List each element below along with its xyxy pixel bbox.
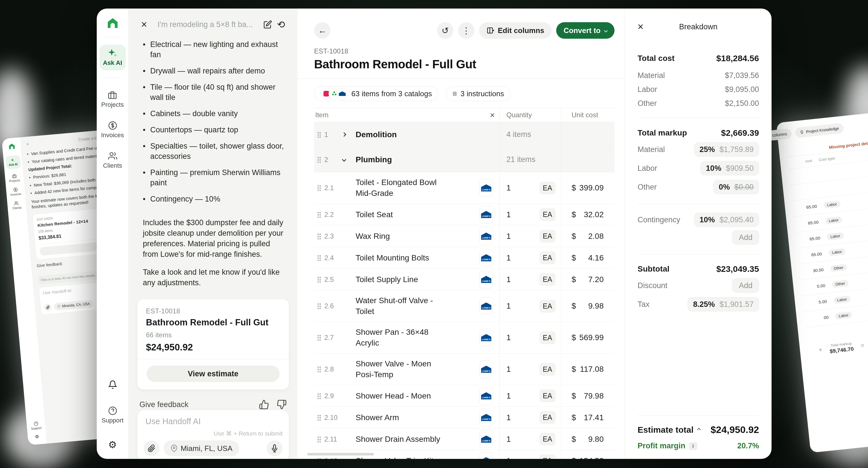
convert-to-button[interactable]: Convert to bbox=[556, 22, 615, 39]
handoff-logo[interactable] bbox=[106, 17, 119, 30]
voice-input-button[interactable] bbox=[267, 440, 282, 456]
chat-history-button[interactable]: ⟲ bbox=[277, 20, 285, 29]
unit-price[interactable]: 154.52 bbox=[579, 456, 604, 459]
quantity-value[interactable]: 1 bbox=[506, 232, 511, 241]
more-options-button[interactable]: ⋮ bbox=[458, 22, 474, 39]
quantity-value[interactable]: 1 bbox=[506, 210, 511, 219]
unit-price[interactable]: 7.20 bbox=[588, 275, 604, 284]
attach-file-button[interactable] bbox=[144, 440, 160, 456]
instructions-chip[interactable]: ≡ 3 instructions bbox=[446, 86, 511, 101]
quantity-value[interactable]: 1 bbox=[506, 183, 511, 193]
drag-handle-icon[interactable] bbox=[314, 131, 324, 138]
drag-handle-icon[interactable] bbox=[314, 458, 324, 459]
table-row[interactable]: 2.6 Water Shut-off Valve - Toilet LOWE'S… bbox=[314, 290, 615, 322]
unit-price[interactable]: 4.16 bbox=[588, 253, 604, 262]
unit-badge[interactable]: EA bbox=[539, 433, 556, 445]
unit-badge[interactable]: EA bbox=[539, 208, 556, 221]
quantity-value[interactable]: 1 bbox=[506, 333, 511, 342]
table-row[interactable]: 2.5 Toilet Supply Line LOWE'S 1 EA $ bbox=[314, 269, 615, 290]
quantity-value[interactable]: 1 bbox=[506, 275, 511, 284]
drag-handle-icon[interactable] bbox=[314, 366, 324, 372]
tax-pill[interactable]: 8.25% $1,901.57 bbox=[688, 297, 759, 312]
group-row-demolition[interactable]: 1 Demolition 4 items bbox=[314, 122, 615, 147]
unit-price[interactable]: 117.08 bbox=[580, 365, 604, 374]
sidebar-item-projects[interactable]: Projects bbox=[101, 90, 124, 109]
drag-handle-icon[interactable] bbox=[314, 334, 324, 341]
unit-badge[interactable]: EA bbox=[539, 273, 556, 286]
unit-price[interactable]: 9.98 bbox=[588, 301, 604, 311]
chevron-right-icon[interactable] bbox=[342, 133, 346, 137]
drag-handle-icon[interactable] bbox=[314, 393, 324, 399]
drag-handle-icon[interactable] bbox=[314, 211, 324, 218]
quantity-value[interactable]: 1 bbox=[506, 391, 511, 401]
table-row[interactable]: 2.7 Shower Pan - 36×48 Acrylic LOWE'S 1 … bbox=[314, 322, 615, 354]
unit-price[interactable]: 9.80 bbox=[588, 435, 604, 444]
notifications-button[interactable] bbox=[108, 380, 117, 389]
chat-input[interactable]: Use Handoff AI bbox=[144, 417, 282, 426]
table-row[interactable]: 2.3 Wax Ring LOWE'S 1 EA $ bbox=[314, 226, 615, 247]
unit-badge[interactable]: EA bbox=[539, 363, 556, 376]
sidebar-item-invoices[interactable]: Invoices bbox=[101, 121, 124, 139]
unit-badge[interactable]: EA bbox=[539, 454, 556, 459]
view-estimate-button[interactable]: View estimate bbox=[147, 365, 280, 382]
unit-badge[interactable]: EA bbox=[539, 230, 556, 242]
settings-gear-button[interactable]: ⚙ bbox=[108, 439, 117, 450]
table-row[interactable]: 2.9 Shower Head - Moen LOWE'S 1 EA $ bbox=[314, 385, 615, 407]
contingency-pill[interactable]: 10% $2,095.40 bbox=[694, 213, 759, 227]
drag-handle-icon[interactable] bbox=[314, 436, 324, 442]
drag-handle-icon[interactable] bbox=[314, 303, 324, 309]
unit-badge[interactable]: EA bbox=[539, 331, 556, 344]
chat-title[interactable]: I'm remodeling a 5×8 ft ba... bbox=[152, 20, 258, 29]
unit-price[interactable]: 399.09 bbox=[579, 183, 604, 193]
sidebar-item-ask-ai[interactable]: Ask AI bbox=[100, 45, 126, 70]
info-icon[interactable]: i bbox=[689, 442, 697, 450]
chevron-up-icon[interactable] bbox=[697, 428, 701, 432]
markup-pill-material[interactable]: 25% $1,759.89 bbox=[694, 142, 759, 156]
table-row[interactable]: 2.2 Toilet Seat LOWE'S 1 EA $ bbox=[314, 204, 615, 226]
unit-badge[interactable]: EA bbox=[539, 389, 556, 402]
quantity-value[interactable]: 1 bbox=[506, 435, 511, 444]
unit-badge[interactable]: EA bbox=[539, 252, 556, 264]
unit-price[interactable]: 2.08 bbox=[588, 232, 604, 241]
sidebar-item-clients[interactable]: Clients bbox=[103, 151, 122, 169]
unit-badge[interactable]: EA bbox=[539, 300, 556, 313]
catalogs-chip[interactable]: 63 items from 3 catalogs bbox=[314, 86, 438, 101]
drag-handle-icon[interactable] bbox=[314, 414, 324, 421]
drag-handle-icon[interactable] bbox=[314, 185, 324, 191]
table-row[interactable]: 2.8 Shower Valve - Moen Posi-Temp LOWE'S… bbox=[314, 354, 615, 385]
new-chat-button[interactable] bbox=[264, 20, 272, 29]
markup-pill-other[interactable]: 0% $0.00 bbox=[713, 180, 759, 194]
table-row[interactable]: 2.11 Shower Drain Assembly LOWE'S 1 EA $ bbox=[314, 429, 615, 450]
location-chip[interactable]: Miami, FL, USA bbox=[163, 440, 239, 456]
chevron-down-icon[interactable] bbox=[342, 157, 346, 162]
undo-button[interactable]: ↺ bbox=[437, 22, 454, 39]
unit-badge[interactable]: EA bbox=[539, 182, 556, 195]
drag-handle-icon[interactable] bbox=[314, 233, 324, 239]
group-row-plumbing[interactable]: 2 Plumbing 21 items bbox=[314, 147, 615, 172]
sidebar-item-support[interactable]: Support bbox=[101, 406, 123, 424]
markup-pill-labor[interactable]: 10% $909.50 bbox=[701, 161, 759, 175]
unit-price[interactable]: 32.02 bbox=[584, 210, 604, 219]
quantity-value[interactable]: 1 bbox=[506, 301, 511, 311]
close-chat-button[interactable]: × bbox=[141, 19, 147, 30]
add-discount-button[interactable]: Add bbox=[732, 279, 759, 293]
thumbs-up-icon[interactable] bbox=[259, 400, 269, 410]
horizontal-scrollbar[interactable] bbox=[307, 453, 374, 456]
unit-price[interactable]: 79.98 bbox=[584, 391, 604, 401]
unit-price[interactable]: 17.41 bbox=[584, 413, 604, 422]
table-row[interactable]: 2.1 Toilet - Elongated Bowl Mid-Grade LO… bbox=[314, 172, 615, 204]
table-row[interactable]: 2.10 Shower Arm LOWE'S 1 EA $ bbox=[314, 407, 615, 429]
collapse-all-icon[interactable] bbox=[491, 112, 494, 118]
quantity-value[interactable]: 1 bbox=[506, 456, 511, 459]
quantity-value[interactable]: 1 bbox=[506, 365, 511, 374]
unit-badge[interactable]: EA bbox=[539, 411, 556, 424]
thumbs-down-icon[interactable] bbox=[277, 400, 287, 410]
quantity-value[interactable]: 1 bbox=[506, 253, 511, 262]
edit-columns-button[interactable]: Edit columns bbox=[479, 22, 552, 39]
unit-price[interactable]: 569.99 bbox=[579, 333, 604, 342]
drag-handle-icon[interactable] bbox=[314, 255, 324, 261]
back-button[interactable]: ← bbox=[314, 22, 331, 39]
table-row[interactable]: 2.4 Toilet Mounting Bolts LOWE'S 1 EA $ bbox=[314, 247, 615, 269]
drag-handle-icon[interactable] bbox=[314, 156, 324, 163]
add-button[interactable]: Add bbox=[732, 230, 759, 244]
